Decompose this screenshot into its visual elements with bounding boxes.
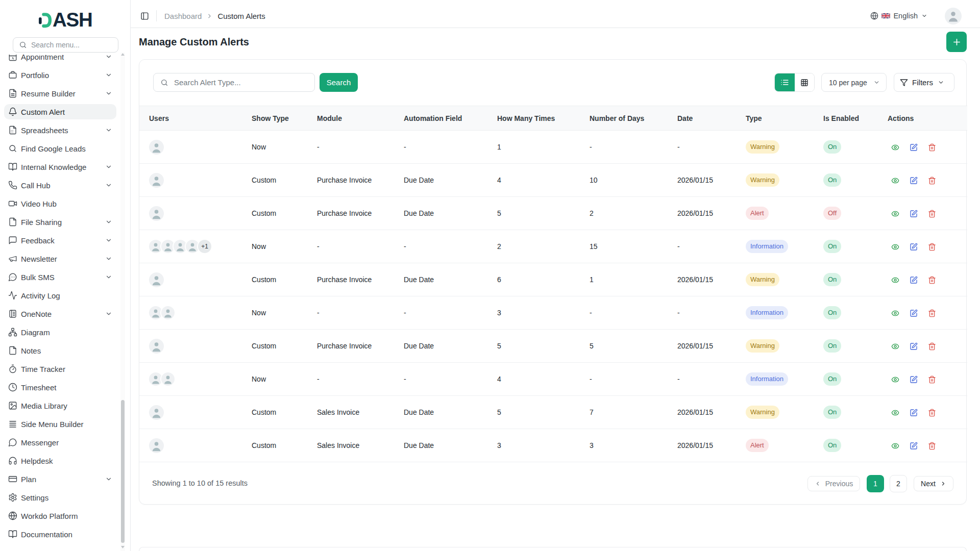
svg-text:ASH: ASH: [53, 11, 92, 29]
